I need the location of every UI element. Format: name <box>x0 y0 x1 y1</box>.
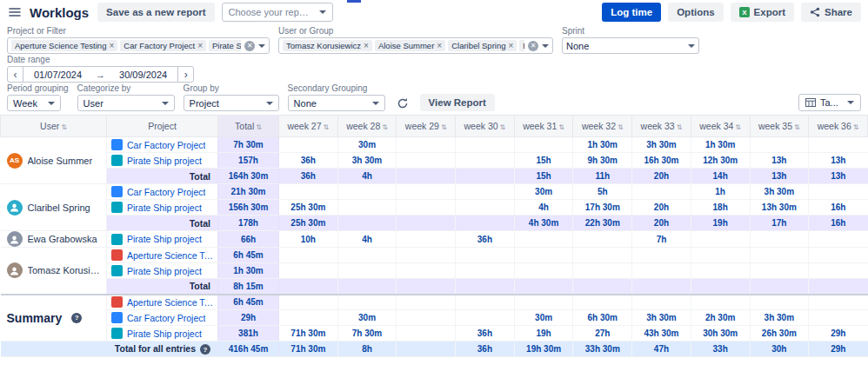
view-mode-select[interactable]: Ta... <box>798 94 861 111</box>
table-body: ASAloise SummerCar Factory Project7h 30m… <box>1 137 868 357</box>
clear-all-icon[interactable]: ✕ <box>528 41 538 51</box>
chip-label: Aperture Science Testing <box>15 41 106 50</box>
project-link[interactable]: Aperture Science Testing <box>127 250 215 261</box>
week-total-cell: 4h <box>337 169 397 184</box>
column-header-week-35[interactable]: week 35⇅ <box>750 116 809 137</box>
export-button[interactable]: X Export <box>731 3 794 22</box>
chip-remove-icon[interactable]: × <box>364 42 369 50</box>
save-report-button[interactable]: Save as a new report <box>97 3 214 22</box>
column-header-total[interactable]: Total⇅ <box>218 116 279 137</box>
prev-period-button[interactable]: ‹ <box>8 67 23 82</box>
row-total-cell: 156h 30m <box>218 200 279 216</box>
week-total-cell: 4h 30m <box>514 216 573 231</box>
categorize-by-value: User <box>83 98 157 109</box>
view-report-button[interactable]: View Report <box>420 94 495 111</box>
grand-week-cell: 47h <box>632 342 691 357</box>
project-link[interactable]: Car Factory Project <box>127 140 205 150</box>
week-total-cell: 36h <box>279 169 338 184</box>
column-header-week-32[interactable]: week 32⇅ <box>573 116 632 137</box>
period-grouping-select[interactable]: Week <box>7 95 61 111</box>
week-total-cell: 25h 30m <box>279 216 338 231</box>
filter-chip[interactable]: Aloise Summer× <box>375 40 445 51</box>
project-link[interactable]: Pirate Ship project <box>127 202 202 213</box>
column-header-week-28[interactable]: week 28⇅ <box>337 116 397 137</box>
column-header-week-34[interactable]: week 34⇅ <box>691 116 750 137</box>
row-total-cell: 29h <box>218 310 279 326</box>
week-cell <box>456 310 515 326</box>
week-total-cell <box>456 169 515 184</box>
column-header-week-36[interactable]: week 36⇅ <box>809 116 868 137</box>
week-total-cell: 13h <box>750 169 809 184</box>
column-header-week-31[interactable]: week 31⇅ <box>514 116 573 137</box>
chip-remove-icon[interactable]: × <box>109 42 114 50</box>
chip-remove-icon[interactable]: × <box>437 42 442 50</box>
project-link[interactable]: Car Factory Project <box>127 187 205 197</box>
export-excel-icon: X <box>739 7 750 17</box>
project-link[interactable]: Pirate Ship project <box>127 234 202 244</box>
date-to[interactable]: 30/09/2024 <box>119 70 167 80</box>
week-cell: 12h 30m <box>691 153 750 169</box>
column-header-week-33[interactable]: week 33⇅ <box>632 116 691 137</box>
column-label: week 29 <box>405 121 439 131</box>
week-cell <box>456 263 515 279</box>
report-select[interactable]: Choose your report... <box>222 3 333 22</box>
group-by-select[interactable]: Project <box>184 95 279 111</box>
project-link[interactable]: Aperture Science Testing <box>127 297 215 308</box>
project-filter-field[interactable]: Aperture Science Testing×Car Factory Pro… <box>7 37 270 54</box>
secondary-grouping-select[interactable]: None <box>288 95 385 111</box>
week-cell <box>809 310 868 326</box>
user-avatar <box>7 231 23 247</box>
project-link[interactable]: Pirate Ship project <box>127 156 202 166</box>
column-header-week-29[interactable]: week 29⇅ <box>397 116 456 137</box>
sort-icon: ⇅ <box>794 123 800 131</box>
week-total-cell: 22h 30m <box>573 216 632 231</box>
menu-icon[interactable] <box>7 5 23 19</box>
filter-chip[interactable]: Ewa Grabowska× <box>519 40 524 51</box>
column-header-user[interactable]: User⇅ <box>1 116 107 137</box>
week-cell: 20h <box>632 200 691 216</box>
filter-chip[interactable]: Aperture Science Testing× <box>11 40 117 51</box>
period-grouping-value: Week <box>13 98 43 109</box>
help-icon[interactable]: ? <box>71 313 82 323</box>
categorize-by-label: Categorize by <box>77 84 175 93</box>
week-cell: 5h <box>573 184 632 200</box>
filter-chip[interactable]: Claribel Spring× <box>448 40 517 51</box>
clear-all-icon[interactable]: ✕ <box>244 41 255 51</box>
user-filter-field[interactable]: Tomasz Korusiewicz×Aloise Summer×Claribe… <box>278 37 553 54</box>
chip-remove-icon[interactable]: × <box>197 42 203 50</box>
categorize-by-select[interactable]: User <box>77 95 175 111</box>
project-link[interactable]: Pirate Ship project <box>127 266 202 276</box>
column-label: Total <box>235 121 254 131</box>
report-select-value: Choose your report... <box>229 7 314 17</box>
week-cell <box>337 263 397 279</box>
chevron-down-icon <box>688 44 695 48</box>
chip-remove-icon[interactable]: × <box>508 42 513 50</box>
user-name: Claribel Spring <box>28 202 90 213</box>
info-icon[interactable]: ? <box>200 344 210 355</box>
log-time-button[interactable]: Log time <box>602 3 661 22</box>
options-button[interactable]: Options <box>668 3 723 22</box>
share-button[interactable]: Share <box>801 3 861 22</box>
week-cell <box>573 231 632 248</box>
week-total-cell <box>691 279 750 295</box>
chevron-down-icon <box>372 102 379 105</box>
week-cell <box>397 263 456 279</box>
project-cell: Car Factory Project <box>107 137 218 153</box>
user-avatar: AS <box>7 153 23 169</box>
refresh-icon[interactable] <box>394 95 411 111</box>
filter-chip[interactable]: Pirate Ship project× <box>209 40 241 51</box>
column-header-week-30[interactable]: week 30⇅ <box>456 116 515 137</box>
date-range-values[interactable]: 01/07/2024 → 30/09/2024 <box>23 67 177 82</box>
column-header-project[interactable]: Project <box>107 116 218 137</box>
column-header-week-27[interactable]: week 27⇅ <box>279 116 338 137</box>
project-link[interactable]: Pirate Ship project <box>127 328 202 339</box>
week-cell: 30m <box>337 137 397 153</box>
date-from[interactable]: 01/07/2024 <box>34 70 82 80</box>
project-link[interactable]: Car Factory Project <box>127 313 205 323</box>
filter-chip[interactable]: Tomasz Korusiewicz× <box>283 40 372 51</box>
sprint-select[interactable]: None <box>562 37 699 54</box>
table-grid-icon <box>805 98 816 107</box>
filter-chip[interactable]: Car Factory Project× <box>120 40 206 51</box>
next-period-button[interactable]: › <box>177 67 193 82</box>
sprint-filter-label: Sprint <box>562 27 699 36</box>
